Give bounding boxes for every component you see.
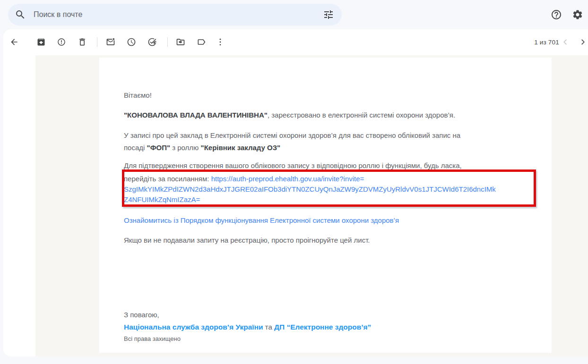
- order-link-paragraph: Ознайомитись із Порядком функціонування …: [124, 214, 530, 227]
- delete-button[interactable]: [73, 33, 92, 51]
- archive-icon: [36, 37, 46, 47]
- search-bar[interactable]: [8, 4, 342, 25]
- add-task-icon: [147, 37, 157, 47]
- position-name: "ФОП": [147, 144, 170, 152]
- settings-gear-icon[interactable]: [572, 9, 583, 20]
- move-to-button[interactable]: [171, 33, 190, 51]
- confirm-instruction: Для підтвердження створення вашого облік…: [124, 160, 530, 205]
- registered-text: "КОНОВАЛОВА ВЛАДА ВАЛЕНТИНІВНА", зареєст…: [124, 109, 530, 121]
- search-input[interactable]: [33, 10, 323, 19]
- report-spam-icon: [57, 37, 66, 47]
- more-vert-icon: [216, 37, 225, 47]
- email-body-background: Вітаємо! "КОНОВАЛОВА ВЛАДА ВАЛЕНТИНІВНА"…: [35, 55, 588, 356]
- email-message-card: Вітаємо! "КОНОВАЛОВА ВЛАДА ВАЛЕНТИНІВНА"…: [99, 58, 552, 353]
- signature-regards: З повагою,: [124, 309, 530, 321]
- greeting-text: Вітаємо!: [124, 89, 530, 102]
- mark-unread-icon: [106, 37, 115, 47]
- account-created-text: У записі про цей заклад в Електронній си…: [124, 129, 530, 154]
- pagination-count: 1 из 701: [529, 39, 559, 46]
- order-link[interactable]: Ознайомитись із Порядком функціонування …: [124, 216, 399, 224]
- older-button[interactable]: [574, 34, 588, 51]
- snooze-button[interactable]: [122, 33, 141, 51]
- signature-orgs: Національна служба здоров’я України та Д…: [124, 321, 530, 333]
- labels-button[interactable]: [192, 33, 211, 51]
- invite-link-line3[interactable]: Z4NFUIMkZqNmIZazA=: [124, 195, 530, 205]
- chevron-left-icon: [560, 37, 571, 47]
- clock-icon: [127, 37, 136, 47]
- registered-name: "КОНОВАЛОВА ВЛАДА ВАЛЕНТИНІВНА": [124, 111, 268, 119]
- search-icon[interactable]: [15, 9, 26, 20]
- toolbar-divider: [97, 37, 97, 47]
- back-arrow-icon: [9, 37, 19, 47]
- invite-link-line1[interactable]: https://auth-preprod.ehealth.gov.ua/invi…: [211, 175, 364, 183]
- archive-button[interactable]: [32, 33, 51, 51]
- role-name: "Керівник закладу ОЗ": [201, 144, 281, 152]
- label-icon: [197, 37, 206, 47]
- trash-icon: [78, 37, 87, 47]
- report-spam-button[interactable]: [52, 33, 71, 51]
- message-toolbar: 1 из 701: [3, 29, 588, 55]
- ignore-note: Якщо ви не подавали запиту на реєстрацію…: [124, 234, 530, 246]
- nszu-link[interactable]: Національна служба здоров’я України: [124, 323, 263, 331]
- mail-view-panel: 1 из 701 Вітаємо! "КОНОВАЛОВА ВЛАДА ВАЛЕ…: [3, 29, 588, 356]
- more-options-button[interactable]: [211, 33, 230, 51]
- email-content: Вітаємо! "КОНОВАЛОВА ВЛАДА ВАЛЕНТИНІВНА"…: [124, 89, 530, 344]
- move-to-folder-icon: [176, 37, 185, 47]
- signature-block: З повагою, Національна служба здоров’я У…: [124, 309, 530, 344]
- help-icon[interactable]: [551, 9, 562, 20]
- copyright-text: Всі права захищено: [124, 334, 530, 344]
- invite-link-line2[interactable]: SzgIMkYIMkZPdIZWN2d3aHdxJTJGRE02aIFOb3di…: [124, 184, 530, 195]
- chevron-right-icon: [578, 37, 588, 47]
- ehealth-link[interactable]: ДП “Електронне здоров’я”: [274, 323, 371, 331]
- add-to-tasks-button[interactable]: [143, 33, 162, 51]
- tune-icon[interactable]: [323, 9, 334, 20]
- toolbar-divider: [167, 37, 168, 47]
- back-button[interactable]: [5, 33, 24, 51]
- newer-button[interactable]: [557, 34, 574, 51]
- mark-unread-button[interactable]: [101, 33, 120, 51]
